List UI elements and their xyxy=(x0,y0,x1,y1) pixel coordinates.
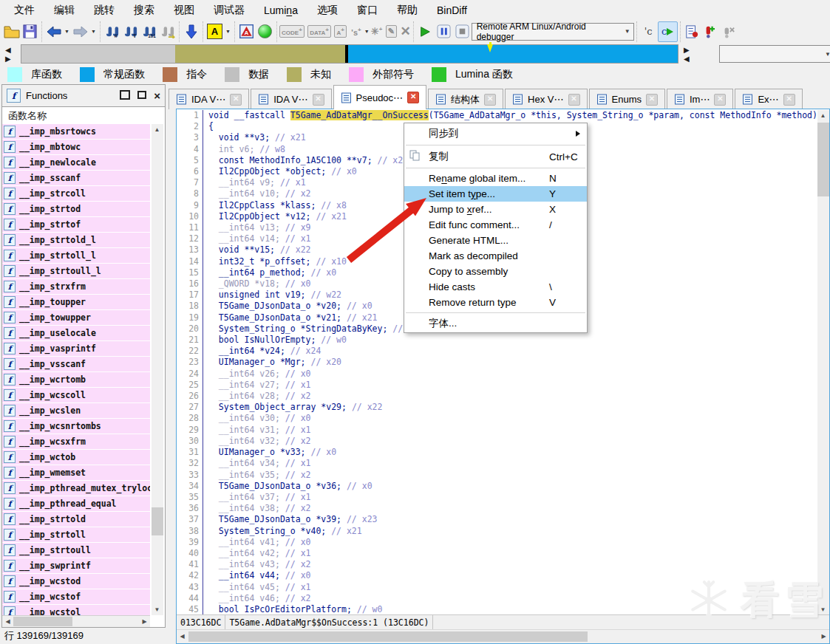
function-list-item[interactable]: f__imp_pthread_mutex_trylock xyxy=(2,481,150,496)
debugger-start-button[interactable] xyxy=(416,22,435,41)
function-list-item[interactable]: f__imp_uselocale xyxy=(2,326,150,341)
scroll-up-arrow[interactable]: ▲ xyxy=(152,124,163,135)
scrollbar-thumb[interactable] xyxy=(152,507,163,535)
scroll-left-arrow[interactable]: ◀ xyxy=(2,616,13,627)
continue-process-button[interactable]: c xyxy=(658,21,678,42)
function-list-item[interactable]: f__imp_wcsnrtombs xyxy=(2,419,150,434)
tab-exports[interactable]: Ex⋯✕ xyxy=(735,89,802,109)
function-list-item[interactable]: f__imp_strtoll_l xyxy=(2,248,150,264)
tab-ida-view-a[interactable]: IDA V⋯✕ xyxy=(169,89,249,109)
function-list-item[interactable]: f__imp_wcslen xyxy=(2,403,150,419)
tab-pseudocode[interactable]: Pseudoc⋯✕ xyxy=(333,85,427,109)
tab-structures[interactable]: 结构体✕ xyxy=(428,89,503,109)
menu-item-search[interactable]: 搜索 xyxy=(124,1,164,19)
function-list-item[interactable]: f__imp_wcscoll xyxy=(2,388,150,403)
menu-item-copy[interactable]: 复制Ctrl+C xyxy=(404,148,587,165)
function-list-item[interactable]: f__imp_vsscanf xyxy=(2,357,150,372)
float-window-icon[interactable] xyxy=(137,91,146,100)
rename-dropdown[interactable]: ▼ xyxy=(224,29,232,34)
function-list-item[interactable]: f__imp_strtold xyxy=(2,512,150,527)
tab-close-icon[interactable]: ✕ xyxy=(407,92,419,103)
scroll-left-arrow[interactable]: ◀ xyxy=(177,631,188,642)
string-type-dropdown[interactable]: ▼ xyxy=(363,29,371,34)
functions-vertical-scrollbar[interactable]: ▲ ▼ xyxy=(152,124,163,615)
function-list-item[interactable]: f__imp_wcrtomb xyxy=(2,372,150,388)
function-list-item[interactable]: f__imp_wmemset xyxy=(2,465,150,481)
search-number-button[interactable]: # xyxy=(103,22,121,41)
scroll-right-arrow[interactable]: ▶ xyxy=(139,616,150,627)
function-list-item[interactable]: f__imp_toupper xyxy=(2,295,150,310)
scroll-up-arrow[interactable]: ▲ xyxy=(817,110,829,121)
make-string-button[interactable]: 's+ xyxy=(350,26,362,38)
code-line[interactable]: 23 UIManager_o *Mgr; // x20 xyxy=(177,357,817,368)
debugger-stop-button[interactable] xyxy=(453,22,472,41)
functions-panel-titlebar[interactable]: f Functions × xyxy=(1,84,166,107)
menu-item-mark-as-decompiled[interactable]: Mark as decompiled xyxy=(404,248,587,264)
make-code-button[interactable]: CODE+ xyxy=(279,25,305,38)
code-line[interactable]: 30 __int64 v32; // x2 xyxy=(177,436,817,447)
function-list-item[interactable]: f__imp_strtoull_l xyxy=(2,264,150,279)
function-name-column-header[interactable]: 函数名称 xyxy=(2,107,165,124)
function-list-item[interactable]: f__imp_vasprintf xyxy=(2,341,150,357)
function-list-item[interactable]: f__imp_strtoull xyxy=(2,543,150,558)
menu-item-remove-return-type[interactable]: Remove return typeV xyxy=(404,295,587,310)
debugger-selector[interactable]: Remote ARM Linux/Android debugger ▼ xyxy=(472,23,634,41)
function-list-item[interactable]: f__imp_strcoll xyxy=(2,186,150,202)
function-list-item[interactable]: f__imp_pthread_equal xyxy=(2,496,150,512)
code-line[interactable]: 31 UIManager_o *v33; // x0 xyxy=(177,447,817,458)
function-list-item[interactable]: f__imp_strtold_l xyxy=(2,233,150,248)
code-line[interactable]: 26 __int64 v28; // x2 xyxy=(177,391,817,402)
function-list-item[interactable]: f__imp_sscanf xyxy=(2,171,150,186)
menu-item-jump[interactable]: 跳转 xyxy=(84,1,124,19)
nav-right-up-arrow[interactable]: ▶ xyxy=(684,47,690,54)
functions-horizontal-scrollbar[interactable]: ◀ ▶ xyxy=(2,615,150,627)
tab-close-icon[interactable]: ✕ xyxy=(568,94,580,106)
search-text-button[interactable]: T xyxy=(121,22,140,41)
function-list-item[interactable]: f__imp_wcstof xyxy=(2,589,150,605)
nav-right-down-arrow[interactable]: ◀ xyxy=(684,55,690,63)
menu-item-sync-to[interactable]: 同步到 xyxy=(404,125,587,143)
function-list-item[interactable]: f__imp_mbtowc xyxy=(2,140,150,155)
menu-item-generate-html[interactable]: Generate HTML... xyxy=(404,233,587,248)
scroll-down-arrow[interactable]: ▼ xyxy=(817,604,829,615)
menu-item-lumina[interactable]: Lumina xyxy=(254,2,307,18)
menu-item-debugger[interactable]: 调试器 xyxy=(204,1,254,19)
function-list-item[interactable]: f__imp_strxfrm xyxy=(2,279,150,295)
delete-breakpoint-button[interactable] xyxy=(720,22,738,41)
navigate-forward-button[interactable] xyxy=(71,22,89,41)
menu-item-options[interactable]: 选项 xyxy=(307,1,347,19)
tab-ida-view-b[interactable]: IDA V⋯✕ xyxy=(251,89,331,109)
nav-left-up-arrow[interactable]: ◀ xyxy=(5,47,11,54)
function-list-item[interactable]: f__imp_strtof xyxy=(2,217,150,233)
jump-to-address-button[interactable] xyxy=(182,22,200,41)
function-list-item[interactable]: f__imp_wctob xyxy=(2,450,150,465)
scrollbar-thumb[interactable] xyxy=(13,617,72,626)
maximize-icon[interactable] xyxy=(120,90,130,101)
forward-history-dropdown[interactable]: ▼ xyxy=(89,29,98,34)
navigate-back-button[interactable] xyxy=(44,22,63,41)
code-line[interactable]: 42 __int64 v44; // x0 xyxy=(177,570,817,581)
address-combo[interactable]: ▼ xyxy=(719,45,830,63)
open-file-button[interactable] xyxy=(2,22,21,41)
code-horizontal-scrollbar[interactable]: ◀ ▶ xyxy=(177,629,829,643)
menu-item-copy-to-assembly[interactable]: Copy to assembly xyxy=(404,264,587,279)
code-line[interactable]: 1void __fastcall T5Game_AdDataMgr__OnSuc… xyxy=(177,110,817,121)
code-line[interactable]: 21 bool IsNullOrEmpty; // w0 xyxy=(177,335,817,346)
function-list-item[interactable]: f__imp_mbsrtowcs xyxy=(2,124,150,140)
menu-item-font[interactable]: 字体... xyxy=(404,315,587,331)
tab-enums[interactable]: Enums✕ xyxy=(589,89,665,109)
nav-left-down-arrow[interactable]: ▶ xyxy=(5,55,11,63)
code-line[interactable]: 24 __int64 v26; // x0 xyxy=(177,369,817,380)
code-line[interactable]: 25 __int64 v27; // x1 xyxy=(177,380,817,391)
code-line[interactable]: 36 __int64 v38; // x2 xyxy=(177,503,817,514)
code-line[interactable]: 37 T5Game_DJsonData_o *v39; // x23 xyxy=(177,514,817,525)
menu-item-edit-func-comment[interactable]: Edit func comment.../ xyxy=(404,217,587,233)
function-list-item[interactable]: f__imp_wcsxfrm xyxy=(2,434,150,450)
code-line[interactable]: 33 __int64 v35; // x2 xyxy=(177,470,817,481)
function-list-item[interactable]: f__imp_towupper xyxy=(2,310,150,326)
make-data-button[interactable]: DATA+ xyxy=(307,25,331,38)
tab-close-icon[interactable]: ✕ xyxy=(230,94,242,106)
function-list-item[interactable]: f__imp_newlocale xyxy=(2,155,150,171)
code-line[interactable]: 29 __int64 v31; // x1 xyxy=(177,425,817,436)
code-line[interactable]: 40 __int64 v42; // x1 xyxy=(177,548,817,559)
